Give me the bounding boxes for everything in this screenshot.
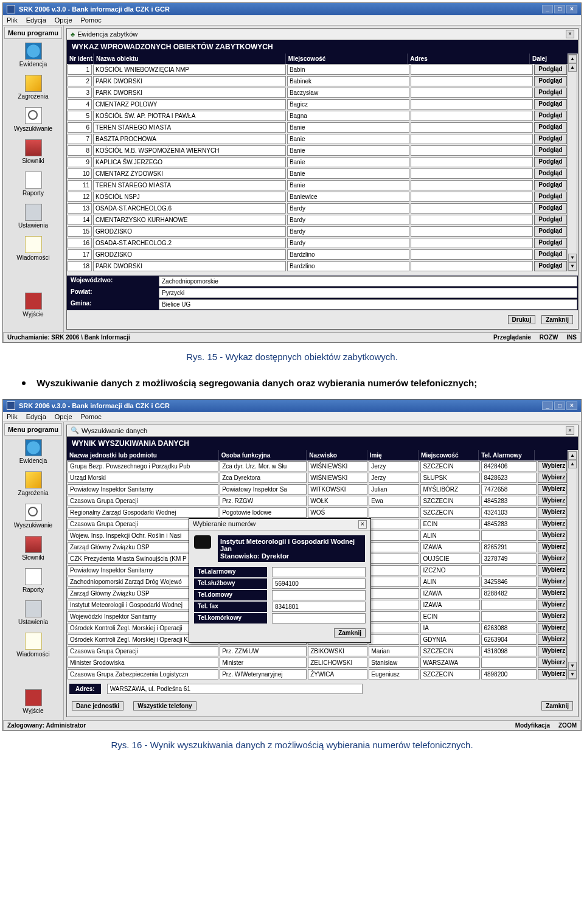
podglad-button[interactable]: Podgląd bbox=[534, 111, 567, 121]
popup-zamknij-button[interactable]: Zamknij bbox=[334, 628, 366, 637]
cell-imie: Eugeniusz bbox=[369, 669, 419, 679]
sidebar-item-slowniki[interactable]: Słowniki bbox=[4, 532, 62, 564]
popup-close-button[interactable]: × bbox=[358, 520, 367, 529]
sidebar-item-zagrozenia[interactable]: Zagrożenia bbox=[4, 468, 62, 500]
wybierz-button[interactable]: Wybierz bbox=[538, 611, 567, 622]
scroll-track[interactable] bbox=[568, 468, 577, 662]
vertical-scrollbar[interactable]: ▲ ▲ ▼ ▼ bbox=[568, 54, 577, 271]
vertical-scrollbar[interactable]: ▲ ▲ ▼ ▼ bbox=[568, 451, 577, 679]
sidebar-item-raporty[interactable]: Raporty bbox=[4, 168, 62, 200]
wybierz-button[interactable]: Wybierz bbox=[538, 588, 567, 599]
menu-opcje[interactable]: Opcje bbox=[55, 16, 72, 24]
menu-edycja[interactable]: Edycja bbox=[26, 413, 46, 420]
wybierz-button[interactable]: Wybierz bbox=[538, 669, 567, 679]
scroll-top-icon[interactable]: ▲ bbox=[568, 55, 577, 63]
wybierz-button[interactable]: Wybierz bbox=[538, 634, 567, 645]
podglad-button[interactable]: Podgląd bbox=[534, 134, 567, 144]
wybierz-button[interactable]: Wybierz bbox=[538, 565, 567, 575]
sidebar-item-wyjscie[interactable]: Wyjście bbox=[4, 289, 62, 321]
scroll-track[interactable] bbox=[568, 72, 577, 254]
podglad-button[interactable]: Podgląd bbox=[534, 203, 567, 214]
sidebar-item-zagrozenia[interactable]: Zagrożenia bbox=[4, 71, 62, 103]
scroll-up-icon[interactable]: ▲ bbox=[568, 460, 577, 468]
phone-field-value[interactable]: 8341801 bbox=[272, 602, 366, 612]
scroll-bottom-icon[interactable]: ▼ bbox=[568, 670, 577, 679]
sidebar-item-wiadomosci[interactable]: Wiadomości bbox=[4, 232, 62, 265]
phone-field-value[interactable] bbox=[272, 590, 366, 600]
max-button[interactable]: □ bbox=[554, 5, 565, 13]
cell-tel bbox=[481, 530, 537, 541]
sidebar-item-wyjscie[interactable]: Wyjście bbox=[4, 686, 62, 718]
wybierz-button[interactable]: Wybierz bbox=[538, 461, 567, 471]
podglad-button[interactable]: Podgląd bbox=[534, 261, 567, 271]
menu-plik[interactable]: Plik bbox=[7, 16, 18, 24]
wybierz-button[interactable]: Wybierz bbox=[538, 646, 567, 656]
wybierz-button[interactable]: Wybierz bbox=[538, 554, 567, 564]
menu-pomoc[interactable]: Pomoc bbox=[81, 413, 102, 420]
podglad-button[interactable]: Podgląd bbox=[534, 88, 567, 98]
sidebar-item-raporty[interactable]: Raporty bbox=[4, 564, 62, 597]
podglad-button[interactable]: Podgląd bbox=[534, 249, 567, 260]
sidebar-item-wyszukiwanie[interactable]: Wyszukiwanie bbox=[4, 500, 62, 532]
scroll-down-icon[interactable]: ▼ bbox=[568, 254, 577, 262]
sidebar-item-ewidencja[interactable]: Ewidencja bbox=[4, 39, 62, 71]
podglad-button[interactable]: Podgląd bbox=[534, 180, 567, 190]
scroll-bottom-icon[interactable]: ▼ bbox=[568, 262, 577, 271]
podglad-button[interactable]: Podgląd bbox=[534, 157, 567, 167]
menu-plik[interactable]: Plik bbox=[7, 413, 18, 420]
drukuj-button[interactable]: Drukuj bbox=[508, 315, 536, 324]
scroll-top-icon[interactable]: ▲ bbox=[568, 451, 577, 460]
cell-imie: Jerzy bbox=[369, 461, 419, 471]
podglad-button[interactable]: Podgląd bbox=[534, 238, 567, 248]
wszystkie-telefony-button[interactable]: Wszystkie telefony bbox=[133, 701, 196, 710]
podglad-button[interactable]: Podgląd bbox=[534, 145, 567, 156]
max-button[interactable]: □ bbox=[554, 401, 565, 410]
wybierz-button[interactable]: Wybierz bbox=[538, 542, 567, 552]
subwin-close-button[interactable]: × bbox=[566, 426, 574, 435]
close-button[interactable]: × bbox=[566, 5, 577, 13]
subwin-close-button[interactable]: × bbox=[566, 30, 574, 38]
zamknij-button[interactable]: Zamknij bbox=[541, 701, 573, 710]
podglad-button[interactable]: Podgląd bbox=[534, 226, 567, 237]
podglad-button[interactable]: Podgląd bbox=[534, 215, 567, 225]
zamknij-button[interactable]: Zamknij bbox=[541, 315, 573, 324]
menu-pomoc[interactable]: Pomoc bbox=[81, 16, 102, 24]
sidebar-item-slowniki[interactable]: Słowniki bbox=[4, 136, 62, 168]
wybierz-button[interactable]: Wybierz bbox=[538, 623, 567, 633]
wybierz-button[interactable]: Wybierz bbox=[538, 473, 567, 483]
podglad-button[interactable]: Podgląd bbox=[534, 192, 567, 202]
sidebar-item-wyszukiwanie[interactable]: Wyszukiwanie bbox=[4, 103, 62, 136]
wybierz-button[interactable]: Wybierz bbox=[538, 658, 567, 668]
podglad-button[interactable]: Podgląd bbox=[534, 122, 567, 133]
podglad-button[interactable]: Podgląd bbox=[534, 99, 567, 109]
phone-field-value[interactable] bbox=[272, 567, 366, 577]
wybierz-button[interactable]: Wybierz bbox=[538, 519, 567, 529]
min-button[interactable]: _ bbox=[542, 5, 553, 13]
min-button[interactable]: _ bbox=[542, 401, 553, 410]
sidebar-item-ustawienia[interactable]: Ustawienia bbox=[4, 597, 62, 629]
phone-field-value[interactable] bbox=[272, 613, 366, 624]
menu-opcje[interactable]: Opcje bbox=[55, 413, 72, 420]
wybierz-button[interactable]: Wybierz bbox=[538, 507, 567, 518]
sidebar-item-wiadomosci[interactable]: Wiadomości bbox=[4, 629, 62, 661]
wybierz-button[interactable]: Wybierz bbox=[538, 577, 567, 587]
cell-nazwisko: WIŚNIEWSKI bbox=[308, 461, 367, 471]
wybierz-button[interactable]: Wybierz bbox=[538, 496, 567, 506]
menu-edycja[interactable]: Edycja bbox=[26, 16, 46, 24]
scroll-up-icon[interactable]: ▲ bbox=[568, 63, 577, 72]
section-title: WYKAZ WPROWADZONYCH OBIEKTÓW ZABYTKOWYCH bbox=[67, 40, 578, 54]
podglad-button[interactable]: Podgląd bbox=[534, 168, 567, 179]
wybierz-button[interactable]: Wybierz bbox=[538, 600, 567, 610]
sidebar-item-ewidencja[interactable]: Ewidencja bbox=[4, 436, 62, 468]
phone-field-label: Tel.służbowy bbox=[194, 578, 267, 589]
dane-jednostki-button[interactable]: Dane jednostki bbox=[72, 701, 123, 710]
close-button[interactable]: × bbox=[566, 401, 577, 410]
phone-field-value[interactable]: 5694100 bbox=[272, 578, 366, 589]
app-icon bbox=[7, 5, 15, 13]
podglad-button[interactable]: Podgląd bbox=[534, 64, 567, 75]
podglad-button[interactable]: Podgląd bbox=[534, 76, 567, 86]
scroll-down-icon[interactable]: ▼ bbox=[568, 662, 577, 670]
wybierz-button[interactable]: Wybierz bbox=[538, 530, 567, 541]
sidebar-item-ustawienia[interactable]: Ustawienia bbox=[4, 200, 62, 232]
wybierz-button[interactable]: Wybierz bbox=[538, 484, 567, 495]
